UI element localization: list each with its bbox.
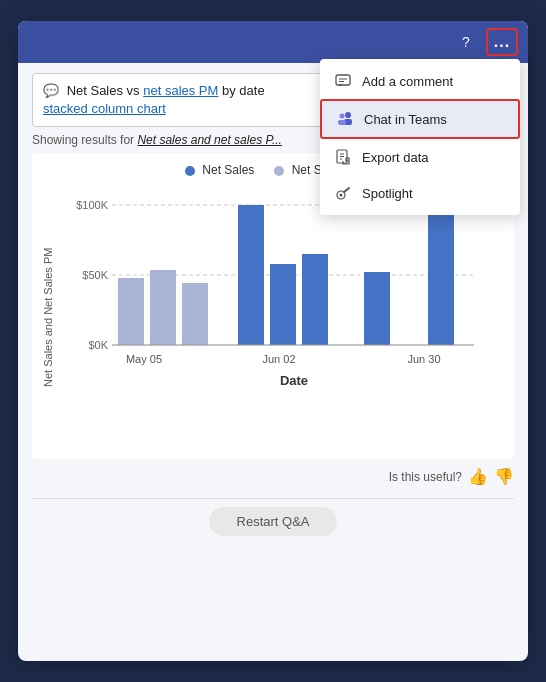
- thumbs-down-button[interactable]: 👎: [494, 467, 514, 486]
- bar-7: [364, 272, 390, 345]
- useful-label: Is this useful?: [389, 470, 462, 484]
- export-icon: [334, 148, 352, 166]
- restart-qa-button[interactable]: Restart Q&A: [209, 507, 338, 536]
- query-link-1[interactable]: net sales PM: [143, 83, 218, 98]
- dropdown-menu: Add a comment Chat in Teams: [320, 59, 520, 215]
- bar-2: [150, 270, 176, 345]
- svg-text:May 05: May 05: [126, 353, 162, 365]
- svg-line-13: [344, 188, 349, 192]
- chart-container: Net Sales and Net Sales PM $100K $50K $0…: [42, 185, 508, 449]
- top-bar: ? ...: [18, 21, 528, 63]
- svg-rect-6: [338, 120, 346, 125]
- spotlight-icon: [334, 184, 352, 202]
- bar-6: [302, 254, 328, 345]
- legend-net-sales: Net Sales: [185, 163, 254, 177]
- dropdown-item-chat-teams[interactable]: Chat in Teams: [320, 99, 520, 139]
- dropdown-chat-teams-label: Chat in Teams: [364, 112, 447, 127]
- bar-3: [182, 283, 208, 345]
- y-axis-label: Net Sales and Net Sales PM: [42, 185, 58, 449]
- query-text-normal2: by date: [218, 83, 264, 98]
- query-text-normal: Net Sales vs: [67, 83, 144, 98]
- legend-dot-net-sales: [185, 166, 195, 176]
- bar-4: [238, 205, 264, 345]
- dropdown-export-label: Export data: [362, 150, 429, 165]
- dropdown-spotlight-label: Spotlight: [362, 186, 413, 201]
- footer: Is this useful? 👍 👎: [18, 459, 528, 494]
- comment-icon: [334, 72, 352, 90]
- svg-text:Date: Date: [280, 373, 308, 388]
- svg-text:$50K: $50K: [82, 269, 108, 281]
- svg-point-5: [340, 114, 345, 119]
- thumbs-up-button[interactable]: 👍: [468, 467, 488, 486]
- main-card: ? ... Add a comment: [18, 21, 528, 661]
- query-link-2[interactable]: stacked column chart: [43, 101, 166, 116]
- svg-point-12: [340, 194, 343, 197]
- divider: [32, 498, 514, 499]
- showing-link[interactable]: Net sales and net sales P...: [137, 133, 282, 147]
- help-icon[interactable]: ?: [452, 28, 480, 56]
- bar-5: [270, 264, 296, 345]
- dropdown-item-spotlight[interactable]: Spotlight: [320, 175, 520, 211]
- svg-text:Jun 30: Jun 30: [407, 353, 440, 365]
- chat-icon: 💬: [43, 83, 59, 98]
- legend-net-sales-label: Net Sales: [202, 163, 254, 177]
- svg-text:$100K: $100K: [76, 199, 108, 211]
- dropdown-add-comment-label: Add a comment: [362, 74, 453, 89]
- legend-dot-net-sales-pm: [274, 166, 284, 176]
- dropdown-item-export-data[interactable]: Export data: [320, 139, 520, 175]
- chart-inner: $100K $50K $0K: [60, 185, 508, 449]
- dropdown-item-add-comment[interactable]: Add a comment: [320, 63, 520, 99]
- showing-prefix: Showing results for: [32, 133, 137, 147]
- ellipsis-button[interactable]: ...: [486, 28, 518, 56]
- bar-8: [428, 202, 454, 345]
- svg-text:$0K: $0K: [88, 339, 108, 351]
- bar-1: [118, 278, 144, 345]
- svg-rect-0: [336, 75, 350, 85]
- svg-text:Jun 02: Jun 02: [262, 353, 295, 365]
- teams-icon: [336, 110, 354, 128]
- chart-svg: $100K $50K $0K: [60, 185, 508, 445]
- restart-bar: Restart Q&A: [18, 503, 528, 546]
- svg-point-3: [345, 112, 351, 118]
